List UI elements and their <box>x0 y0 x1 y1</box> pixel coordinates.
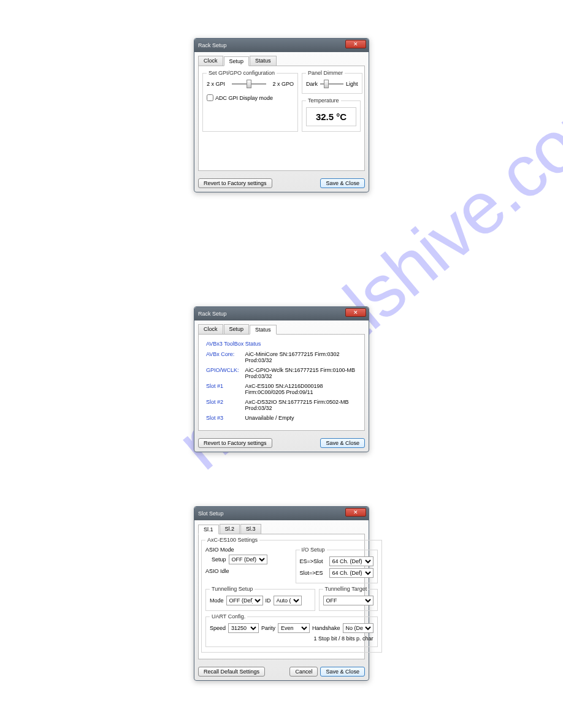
status-row-label: Slot #1 <box>204 382 242 396</box>
titlebar: Rack Setup ✕ <box>194 307 369 320</box>
gpi-gpo-legend: Set GPI/GPO configuration <box>207 70 277 76</box>
id-label: ID <box>266 597 271 604</box>
uart-note: 1 Stop bit / 8 bits p. char <box>210 635 373 642</box>
save-close-button[interactable]: Save & Close <box>320 178 365 188</box>
titlebar: Slot Setup ✕ <box>194 507 369 520</box>
status-row-label: AVBx Core: <box>204 350 242 365</box>
close-icon: ✕ <box>353 309 358 316</box>
settings-group: AxC-ES100 Settings ASIO Mode Setup OFF (… <box>201 537 382 653</box>
asio-mode-label: ASIO Mode <box>205 547 292 553</box>
parity-select[interactable]: Even <box>278 623 310 633</box>
status-row-value: Unavailable / Empty <box>243 414 359 422</box>
panel-dimmer-group: Panel Dimmer Dark Light <box>302 70 362 94</box>
bottombar: Recall Default Settings Cancel Save & Cl… <box>194 663 369 680</box>
tunnelling-target-group: Tunnelling Target OFF <box>319 586 378 611</box>
tunnelling-setup-group: Tunnelling Setup Mode OFF (Def) ID Auto … <box>205 586 315 611</box>
bottombar: Revert to Factory settings Save & Close <box>194 175 369 192</box>
close-button[interactable]: ✕ <box>345 308 366 317</box>
tab-body: AVBx3 ToolBox Status AVBx Core:AiC-MiniC… <box>198 334 365 431</box>
tab-setup[interactable]: Setup <box>224 56 250 66</box>
tab-body: AxC-ES100 Settings ASIO Mode Setup OFF (… <box>198 534 365 659</box>
tabbar: Clock Setup Status <box>198 324 365 334</box>
status-row-value: AiC-MiniCore SN:16777215 Firm:0302 Prod:… <box>243 350 359 365</box>
tabbar: Sl.1 Sl.2 Sl.3 <box>198 524 365 534</box>
io-setup-group: I/O Setup ES=>Slot 64 Ch. (Def) Slot=>ES… <box>296 547 378 583</box>
status-row-value: AxC-ES100 SN:A1216D000198 Firm:0C00/0205… <box>243 382 359 396</box>
speed-label: Speed <box>210 625 226 631</box>
tab-setup[interactable]: Setup <box>224 324 250 334</box>
rack-setup-dialog-status: Rack Setup ✕ Clock Setup Status AVBx3 To… <box>194 306 369 452</box>
speed-select[interactable]: 31250 <box>228 623 259 633</box>
window-title: Rack Setup <box>198 42 227 48</box>
es-slot-select[interactable]: 64 Ch. (Def) <box>329 556 373 566</box>
status-row-label: GPIO/WCLK: <box>204 366 242 381</box>
titlebar: Rack Setup ✕ <box>194 39 369 52</box>
settings-legend: AxC-ES100 Settings <box>205 537 259 543</box>
temperature-legend: Temperature <box>306 97 341 104</box>
mode-label: Mode <box>210 597 224 604</box>
gpo-label: 2 x GPO <box>272 81 294 87</box>
close-button[interactable]: ✕ <box>345 40 366 48</box>
parity-label: Parity <box>261 625 275 631</box>
revert-button[interactable]: Revert to Factory settings <box>198 438 272 448</box>
window-title: Rack Setup <box>198 311 227 317</box>
bottombar: Revert to Factory settings Save & Close <box>194 434 369 452</box>
asio-idle-label: ASIO Idle <box>205 568 292 574</box>
slot-es-label: Slot=>ES <box>300 570 327 576</box>
close-icon: ✕ <box>353 509 358 515</box>
dimmer-dark: Dark <box>306 81 318 87</box>
hand-label: Handshake <box>312 625 340 631</box>
tun-target-legend: Tunnelling Target <box>323 586 369 592</box>
uart-group: UART Config. Speed 31250 Parity Even Han… <box>205 613 378 647</box>
hand-select[interactable]: No (Def) <box>343 623 373 633</box>
status-head: AVBx3 ToolBox Status <box>204 339 359 349</box>
tab-status[interactable]: Status <box>250 325 277 335</box>
tabbar: Clock Setup Status <box>198 56 365 66</box>
save-close-button[interactable]: Save & Close <box>320 667 365 677</box>
window-title: Slot Setup <box>198 510 224 517</box>
tab-clock[interactable]: Clock <box>198 56 223 66</box>
slot-setup-dialog: Slot Setup ✕ Sl.1 Sl.2 Sl.3 AxC-ES100 Se… <box>194 506 369 681</box>
tab-status[interactable]: Status <box>250 56 277 66</box>
adc-gpi-checkbox[interactable] <box>207 94 213 101</box>
gpi-gpo-group: Set GPI/GPO configuration 2 x GPI 2 x GP… <box>202 70 298 132</box>
adc-gpi-label: ADC GPI Display mode <box>215 95 273 101</box>
close-icon: ✕ <box>353 41 358 47</box>
rack-setup-dialog-setup: Rack Setup ✕ Clock Setup Status Set GPI/… <box>194 38 369 192</box>
gpi-label: 2 x GPI <box>207 81 225 87</box>
dimmer-light: Light <box>346 81 358 87</box>
temperature-value: 32.5 °C <box>306 107 356 126</box>
mode-select[interactable]: OFF (Def) <box>226 596 263 605</box>
cancel-button[interactable]: Cancel <box>289 667 318 677</box>
status-row-label: Slot #3 <box>204 414 242 422</box>
status-row-value: AxC-DS32IO SN:16777215 Firm:0502-MB Prod… <box>243 398 359 412</box>
panel-dimmer-legend: Panel Dimmer <box>306 70 345 76</box>
close-button[interactable]: ✕ <box>345 508 366 517</box>
setup-label: Setup <box>212 556 226 563</box>
tab-sl2[interactable]: Sl.2 <box>220 524 240 534</box>
tab-clock[interactable]: Clock <box>198 324 223 334</box>
dimmer-row: Dark Light <box>306 80 358 88</box>
temperature-group: Temperature 32.5 °C <box>302 97 361 132</box>
status-row-value: AiC-GPIO-Wclk SN:16777215 Firm:0100-MB P… <box>243 366 359 381</box>
save-close-button[interactable]: Save & Close <box>320 438 365 448</box>
id-select[interactable]: Auto (D <box>274 596 302 605</box>
dimmer-slider[interactable] <box>320 80 343 88</box>
tab-body: Set GPI/GPO configuration 2 x GPI 2 x GP… <box>198 66 365 171</box>
gpi-gpo-row: 2 x GPI 2 x GPO <box>207 80 294 88</box>
target-select[interactable]: OFF <box>323 596 373 605</box>
tab-sl1[interactable]: Sl.1 <box>198 525 219 534</box>
revert-button[interactable]: Revert to Factory settings <box>198 178 272 188</box>
recall-button[interactable]: Recall Default Settings <box>198 667 265 677</box>
tun-setup-legend: Tunnelling Setup <box>210 586 255 592</box>
uart-legend: UART Config. <box>210 613 247 620</box>
gpi-gpo-slider[interactable] <box>232 80 266 88</box>
status-row-label: Slot #2 <box>204 398 242 412</box>
slot-es-select[interactable]: 64 Ch. (Def) <box>329 568 373 578</box>
tab-sl3[interactable]: Sl.3 <box>240 524 261 534</box>
setup-select[interactable]: OFF (Def) <box>229 555 267 564</box>
status-table: AVBx3 ToolBox Status AVBx Core:AiC-MiniC… <box>202 338 361 423</box>
io-legend: I/O Setup <box>300 547 327 553</box>
adc-gpi-checkbox-row: ADC GPI Display mode <box>207 94 294 101</box>
es-slot-label: ES=>Slot <box>300 558 327 564</box>
